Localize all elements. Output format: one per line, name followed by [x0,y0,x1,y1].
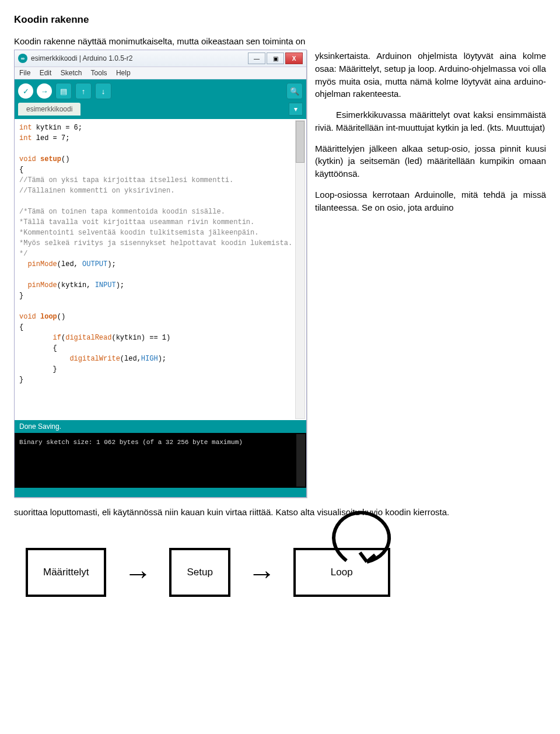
arrow-icon: → [124,560,152,588]
const-input: INPUT [95,281,116,289]
comment: *Kommentointi selventää koodin tulkitsem… [19,229,258,237]
ide-footer [15,488,306,497]
menu-help[interactable]: Help [116,69,131,77]
window-titlebar: ∞ esimerkkikoodi | Arduino 1.0.5-r2 — ▣ … [15,50,306,67]
explanation-column: yksinkertaista. Arduinon ohjelmista löyt… [315,50,546,222]
code-text: (led, [120,355,141,363]
arduino-icon: ∞ [18,54,27,63]
code-text: () [57,313,65,321]
comment: */ [19,250,27,258]
code-text: (kytkin) == 1) [111,334,170,342]
menu-file[interactable]: File [19,69,30,77]
code-text: (kytkin, [57,281,95,289]
save-button[interactable]: ↓ [95,83,111,99]
brace: } [19,365,57,373]
const-high: HIGH [141,355,158,363]
flow-diagram: Määrittelyt → Setup → Loop [14,548,546,597]
arrow-icon: → [248,560,276,588]
menu-tools[interactable]: Tools [91,69,107,77]
window-title: esimerkkikoodi | Arduino 1.0.5-r2 [31,54,244,62]
editor-scrollbar[interactable] [295,120,305,419]
comment: *Tällä tavalla voit kirjoittaa useamman … [19,218,254,226]
menu-edit[interactable]: Edit [40,69,52,77]
page-heading: Koodin rakenne [14,14,546,26]
tab-menu-button[interactable]: ▾ [289,103,303,116]
upload-button[interactable]: → [37,83,52,99]
code-text: ); [116,281,124,289]
sketch-tab[interactable]: esimerkkikoodi [18,103,80,116]
menubar: File Edit Sketch Tools Help [15,67,306,79]
loop-arrow-icon [314,502,402,567]
comment: *Myös selkeä rivitys ja sisennykset help… [19,239,292,247]
comment: //Tällainen kommentti on yksirivinen. [19,187,174,195]
kw-if: if [19,334,61,342]
kw-void: void [19,313,36,321]
menu-sketch[interactable]: Sketch [61,69,82,77]
intro-text-top: Koodin rakenne näyttää monimutkaiselta, … [14,36,546,46]
brace: { [19,323,23,331]
code-text: (led, [57,260,82,268]
fn-digitalread: digitalRead [65,334,111,342]
fn-pinmode: pinMode [19,260,57,268]
console-text: Binary sketch size: 1 062 bytes (of a 32… [19,439,243,446]
status-bar: Done Saving. [15,420,306,433]
brace: } [19,376,23,384]
diagram-box-setup: Setup [169,548,230,597]
brace: } [19,292,23,300]
code-text: () [61,155,69,163]
fn-pinmode: pinMode [19,281,57,289]
new-button[interactable]: ▤ [55,83,72,99]
scrollbar-thumb[interactable] [296,121,304,163]
code-text: kytkin = 6; [32,124,82,132]
brace: { [19,166,23,174]
kw-int: int [19,124,32,132]
paragraph-2: Esimerkkikuvassa määrittelyt ovat kaksi … [315,109,546,134]
code-text: ); [158,355,166,363]
paragraph-4: Loop-osiossa kerrotaan Arduinolle, mitä … [315,188,546,214]
kw-int: int [19,134,32,142]
kw-void: void [19,155,36,163]
const-output: OUTPUT [82,260,107,268]
content-row: ∞ esimerkkikoodi | Arduino 1.0.5-r2 — ▣ … [14,50,546,498]
code-text: ); [107,260,116,268]
diagram-box-maarittelyt: Määrittelyt [26,548,106,597]
fn-setup: setup [36,155,61,163]
paragraph-1: yksinkertaista. Arduinon ohjelmista löyt… [315,50,546,100]
minimize-button[interactable]: — [248,53,265,64]
maximize-button[interactable]: ▣ [267,53,284,64]
brace: { [19,344,57,352]
fn-digitalwrite: digitalWrite [19,355,120,363]
code-editor[interactable]: int kytkin = 6; int led = 7; void setup(… [15,119,306,420]
toolbar: ✓ → ▤ ↑ ↓ 🔍 [15,79,306,103]
paragraph-3: Määrittelyjen jälkeen alkaa setup-osio, … [315,142,546,180]
tab-bar: esimerkkikoodi ▾ [15,103,306,119]
after-text: suorittaa loputtomasti, eli käytännössä … [14,506,546,519]
verify-button[interactable]: ✓ [18,83,33,99]
fn-loop: loop [36,313,57,321]
close-button[interactable]: X [285,53,303,64]
console: Binary sketch size: 1 062 bytes (of a 32… [15,433,306,488]
arduino-ide-window: ∞ esimerkkikoodi | Arduino 1.0.5-r2 — ▣ … [14,50,307,498]
serial-monitor-button[interactable]: 🔍 [286,83,303,99]
console-scrollbar[interactable] [296,434,305,487]
code-text: led = 7; [32,134,70,142]
window-buttons: — ▣ X [248,53,303,64]
comment: /*Tämä on toinen tapa kommentoida koodin… [19,208,225,216]
ide-screenshot: ∞ esimerkkikoodi | Arduino 1.0.5-r2 — ▣ … [14,50,307,498]
comment: //Tämä on yksi tapa kirjoittaa itsellesi… [19,176,233,184]
open-button[interactable]: ↑ [75,83,92,99]
